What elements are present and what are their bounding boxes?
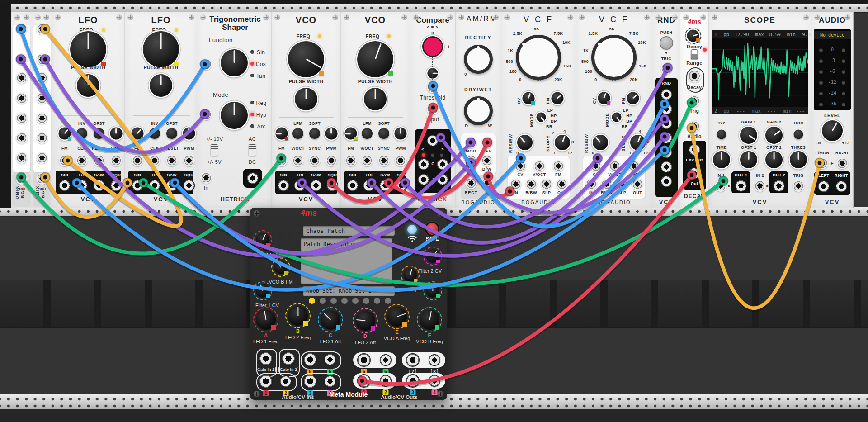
audio-in-1-jack[interactable]: [259, 375, 273, 388]
audio-in-3-jack[interactable]: [303, 375, 317, 388]
sin-jack[interactable]: [278, 180, 289, 191]
sin-jack[interactable]: [59, 180, 71, 191]
audio-out-6-jack[interactable]: [380, 354, 392, 366]
sync-jack[interactable]: [378, 155, 390, 166]
gain2-knob[interactable]: [765, 127, 783, 144]
sin-jack[interactable]: [347, 180, 359, 191]
tri-jack[interactable]: [76, 180, 88, 191]
level-knob[interactable]: [822, 120, 843, 141]
slope-knob[interactable]: [630, 135, 646, 150]
ac-dc-switch[interactable]: [249, 144, 256, 156]
umix-input-jack[interactable]: [36, 112, 48, 124]
in-jack[interactable]: [510, 178, 522, 190]
drywet-knob[interactable]: [464, 96, 493, 125]
car-jack[interactable]: [481, 137, 493, 148]
audio-in-4-jack[interactable]: [324, 375, 336, 387]
umix-input-jack[interactable]: [36, 72, 48, 84]
cutoff-knob[interactable]: [516, 35, 561, 80]
umix-out-jack[interactable]: [36, 173, 48, 185]
sin-jack[interactable]: [132, 180, 143, 191]
pwm-atten-knob[interactable]: [395, 128, 407, 140]
freq-knob[interactable]: [357, 41, 393, 77]
audio-out-8-jack[interactable]: [429, 354, 440, 366]
umix-input-jack[interactable]: [36, 92, 48, 104]
audio-out-7-jack[interactable]: [406, 353, 420, 367]
rbw-jack[interactable]: [601, 178, 613, 190]
right-out-jack[interactable]: [835, 180, 847, 192]
umix-input-jack[interactable]: [16, 152, 28, 164]
voct-jack[interactable]: [361, 155, 373, 166]
fm-jack[interactable]: [276, 155, 288, 166]
patch-description-display[interactable]: Patch Description: [301, 238, 392, 284]
umix-input-jack[interactable]: [16, 92, 28, 104]
1x2-button[interactable]: [717, 130, 726, 139]
audio-in-5-jack[interactable]: [303, 353, 317, 366]
t-lt-jack[interactable]: [418, 174, 429, 185]
lfm-button[interactable]: [362, 128, 373, 139]
audio-out-2-jack[interactable]: [380, 375, 392, 387]
pwm-jack[interactable]: [395, 155, 406, 166]
sqr-jack[interactable]: [110, 180, 122, 191]
right-jack[interactable]: [836, 157, 848, 169]
rnd-out-jack[interactable]: [660, 147, 672, 158]
pwm-jack[interactable]: [183, 155, 195, 166]
voct-jack[interactable]: [609, 160, 621, 172]
fm-atten-knob[interactable]: [552, 92, 564, 104]
function-knob[interactable]: [221, 49, 248, 76]
eq-out-jack[interactable]: [427, 135, 439, 147]
clk-jack[interactable]: [149, 155, 160, 166]
fm-jack[interactable]: [132, 155, 143, 166]
left-out-jack[interactable]: [818, 180, 830, 192]
freq-knob[interactable]: [288, 41, 324, 77]
pwm-atten-knob[interactable]: [183, 128, 195, 140]
amrm-out-jack[interactable]: [481, 177, 493, 189]
dw-cv-jack[interactable]: [481, 155, 493, 166]
inv-button[interactable]: [76, 128, 87, 139]
tri-jack[interactable]: [294, 180, 306, 191]
umix-input-jack[interactable]: [36, 152, 48, 164]
out2-jack[interactable]: [773, 180, 785, 192]
range-switch[interactable]: [211, 144, 218, 156]
g-lt-jack[interactable]: [418, 158, 429, 170]
pulse-width-knob[interactable]: [295, 88, 317, 110]
audio-out-1-jack[interactable]: [357, 374, 371, 388]
in1-jack[interactable]: [715, 180, 726, 192]
umix-input-jack[interactable]: [16, 112, 28, 124]
resbw-knob[interactable]: [593, 135, 608, 150]
pulse-width-knob[interactable]: [364, 88, 387, 110]
out-jack[interactable]: [689, 167, 700, 179]
thres-knob[interactable]: [790, 151, 807, 168]
umix-input-jack[interactable]: [16, 23, 28, 35]
fm-jack[interactable]: [552, 160, 564, 172]
rnd-out-jack[interactable]: [660, 103, 672, 115]
slope-knob[interactable]: [555, 135, 570, 150]
cv-jack[interactable]: [514, 160, 526, 172]
umix-input-jack[interactable]: [16, 53, 28, 65]
in-jack[interactable]: [200, 172, 212, 184]
ofst-button[interactable]: [166, 128, 177, 139]
fm-jack[interactable]: [345, 155, 357, 166]
rnd-out-jack[interactable]: [660, 89, 672, 100]
gate-in-2-jack[interactable]: [282, 352, 295, 365]
decay-cv-jack[interactable]: [688, 69, 701, 83]
cutoff-knob[interactable]: [591, 35, 637, 80]
fm-atten-knob[interactable]: [627, 92, 639, 104]
rnd-out-jack[interactable]: [660, 132, 672, 144]
umix-out-jack[interactable]: [16, 173, 28, 185]
input-jack[interactable]: [427, 103, 439, 115]
audio-jack[interactable]: [689, 120, 700, 132]
rectify-knob[interactable]: [464, 45, 493, 74]
pwm-atten-knob[interactable]: [326, 128, 338, 140]
cv-jack[interactable]: [590, 160, 602, 172]
saw-jack[interactable]: [379, 180, 391, 191]
tri-jack[interactable]: [363, 180, 375, 191]
sync-jack[interactable]: [309, 155, 321, 166]
freq-knob[interactable]: [70, 31, 106, 67]
rnd-out-jack[interactable]: [660, 118, 672, 129]
rect-cv-jack[interactable]: [465, 155, 477, 166]
t-gt-jack[interactable]: [437, 174, 448, 185]
sqr-jack[interactable]: [326, 180, 338, 191]
knob-set-display[interactable]: Knob Set: Knob Set 1: [303, 286, 395, 296]
ofst-button[interactable]: [94, 128, 104, 139]
umix-input-jack[interactable]: [16, 72, 28, 84]
